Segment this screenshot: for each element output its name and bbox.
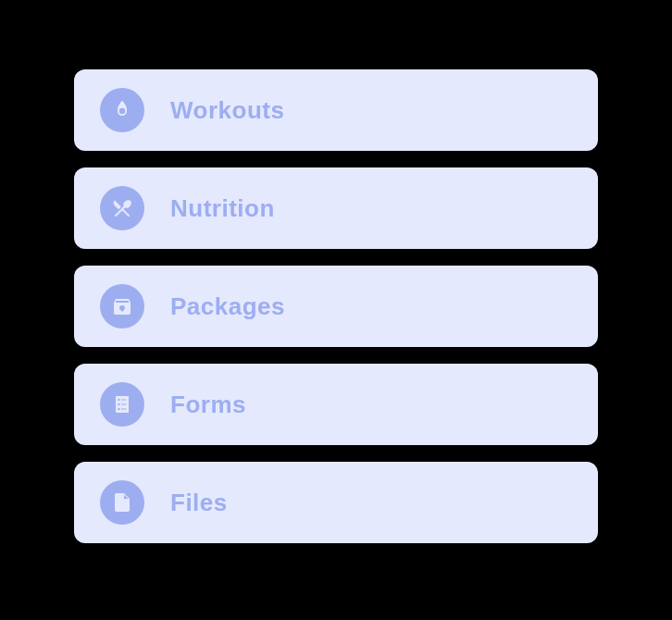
menu-item-files[interactable]: Files [74, 462, 598, 543]
svg-rect-2 [121, 400, 127, 401]
file-icon [100, 480, 144, 525]
menu-item-packages[interactable]: Packages [74, 266, 598, 347]
utensils-icon [100, 186, 144, 230]
svg-rect-5 [118, 408, 120, 410]
menu-item-workouts[interactable]: Workouts [74, 69, 598, 151]
package-icon [100, 284, 144, 329]
menu-item-forms[interactable]: Forms [74, 364, 598, 445]
menu-item-label: Packages [170, 292, 285, 321]
form-icon [100, 382, 144, 427]
menu-item-label: Files [170, 489, 228, 517]
menu-item-label: Workouts [170, 96, 284, 125]
menu-item-label: Nutrition [170, 194, 275, 223]
menu-list: Workouts Nutrition Packages Forms Files [74, 69, 598, 543]
fire-icon [100, 88, 144, 132]
svg-rect-1 [118, 399, 120, 401]
menu-item-nutrition[interactable]: Nutrition [74, 167, 598, 249]
svg-point-0 [119, 108, 125, 114]
svg-rect-4 [121, 404, 127, 405]
menu-item-label: Forms [170, 391, 246, 419]
svg-rect-3 [118, 403, 120, 405]
svg-rect-6 [121, 409, 127, 410]
